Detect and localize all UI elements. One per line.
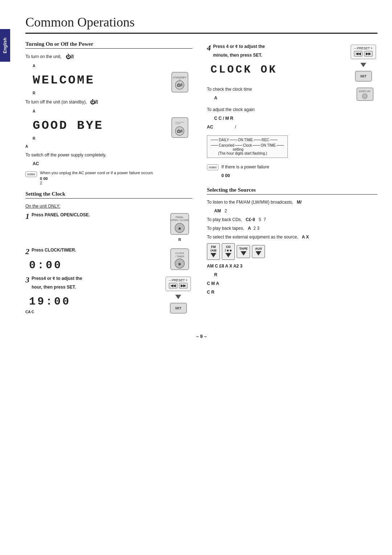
adjust-again-label: To adjust the clock again — [207, 106, 377, 113]
step1-row: 1 Press PANEL OPEN/CLOSE. PANEL OPEN / C… — [25, 212, 192, 245]
step1-num: 1 — [25, 212, 29, 221]
power-symbol-on: ⏻/I — [66, 53, 74, 61]
svg-text:⏻/I: ⏻/I — [177, 83, 183, 87]
timer-note: (The hour digits start flashing.) — [211, 151, 284, 155]
step3-text1: Press4 or ¢ to adjust the — [32, 275, 82, 282]
source-buttons-row: FM /AM CD / ■ ■ TAPE AUX — [207, 243, 377, 260]
step2-display: 0:00 — [29, 259, 163, 272]
step4-num: 4 — [207, 43, 211, 53]
step1-text: Press PANEL OPEN/CLOSE. — [32, 212, 90, 218]
section-power: Turning On or Off the Power To turn on t… — [25, 41, 192, 185]
aux-arrow — [256, 251, 261, 256]
cd-btn-label: CD / ■ ■ — [225, 245, 232, 252]
left-column: Turning On or Off the Power To turn on t… — [25, 41, 192, 319]
goodbye-display: GOOD BYE — [33, 119, 163, 132]
tape-arrow — [241, 251, 246, 256]
svg-text:/ TIMER: / TIMER — [175, 255, 184, 258]
page-number: – 9 – — [25, 330, 377, 343]
section-sources-heading: Selecting the Sources — [207, 187, 377, 195]
turn-off-label: To turn off the unit (on standby), ⏻/I — [25, 98, 192, 106]
fm-am-btn-label: FM /AM — [211, 245, 217, 252]
sidebar-english-label: English — [0, 29, 10, 62]
ac-label: AC — [33, 160, 192, 167]
set-button-step3-icon: SET — [168, 301, 188, 316]
timer-rec: REC — [262, 138, 269, 142]
timer-on-time2: ON TIME — [261, 143, 275, 147]
btn-prev-step3[interactable]: ◀◀ — [169, 283, 177, 289]
set-button-step4-icon: SET — [354, 69, 373, 84]
goodbye-row: GOOD BYE R ⏻/I — [25, 116, 192, 141]
display-button-icon: DISPLAY — [355, 86, 375, 102]
svg-text:◉: ◉ — [178, 262, 181, 266]
label-a3: A — [25, 143, 192, 150]
step4-text1: Press 4 or ¢ to adjust the — [213, 43, 265, 50]
section-clock: Setting the Clock On the unit ONLY: 1 Pr… — [25, 191, 192, 317]
timer-row2: Canceled Clock ON TIME — [211, 143, 284, 147]
two-column-layout: Turning On or Off the Power To turn on t… — [25, 41, 377, 319]
fm-am-label: To listen to the FM/AM (LW/MW) broadcast… — [207, 199, 377, 205]
step2-text: Press CLOCK/TIMER. — [32, 247, 76, 253]
aux-btn-label: AUX — [255, 247, 262, 250]
svg-text:CLOCK: CLOCK — [175, 252, 184, 254]
svg-text:◉: ◉ — [178, 227, 181, 230]
label-r4: R — [214, 272, 377, 278]
section-sources: Selecting the Sources To listen to the F… — [207, 187, 377, 295]
svg-text:PANEL: PANEL — [176, 216, 184, 219]
step4-row: 4 Press 4 or ¢ to adjust the minute, the… — [207, 43, 377, 84]
notes-text-power: When you unplug the AC power cord or if … — [40, 171, 153, 185]
notes-box-power: notes When you unplug the AC power cord … — [25, 171, 192, 185]
arrow-down-step3 — [175, 295, 181, 299]
label-a2: A — [33, 108, 192, 114]
cd-arrow — [225, 253, 231, 257]
aux-button[interactable]: AUX — [252, 245, 265, 258]
btn-next-step3[interactable]: ▶▶ — [179, 283, 188, 289]
label-a-check: A — [214, 95, 348, 101]
power-symbol-off: ⏻/I — [90, 98, 98, 106]
c-r: C R — [207, 289, 377, 295]
ac-label2: AC / — [207, 124, 377, 130]
cd-button[interactable]: CD / ■ ■ — [222, 243, 235, 260]
notes-icon-power: notes — [25, 171, 37, 177]
btn-next-step4[interactable]: ▶▶ — [364, 51, 373, 57]
notes-box-power-failure: notes If there is a power failure 0 00 — [207, 164, 377, 181]
fm-am-arrow — [211, 253, 216, 257]
label-a1: A — [33, 63, 192, 68]
arrow-down-step4 — [360, 63, 366, 67]
step4-text2: minute, then press SET. — [213, 52, 265, 58]
timer-daily: DAILY — [219, 138, 229, 142]
preset-diagram-step3: – PRESET + ◀◀ ▶▶ — [166, 277, 191, 291]
svg-text:STANDBY: STANDBY — [173, 76, 187, 79]
step3-text2: hour, then press SET. — [32, 284, 82, 290]
svg-text:SET: SET — [175, 306, 181, 310]
step2-row: 2 Press CLOCK/TIMER. 0:00 CLOCK / TIMER — [25, 247, 192, 273]
tape-label: To play back tapes, A 2 3 — [207, 225, 377, 232]
timer-clock: Clock — [243, 143, 252, 147]
timer-setting: setting — [211, 147, 284, 151]
label-r1: R — [33, 90, 163, 95]
page-container: English Common Operations Turning On or … — [0, 0, 392, 555]
power-off-device-icon: ⏻/I — [170, 116, 190, 139]
btn-prev-step4[interactable]: ◀◀ — [354, 51, 363, 57]
summary-line1: AM C £8 A X A2 3 — [207, 263, 377, 269]
tape-button[interactable]: TAPE — [237, 245, 250, 258]
preset-diagram-step4: – PRESET + ◀◀ ▶▶ — [351, 45, 376, 59]
am-label: AM 2 — [214, 208, 377, 214]
cc-mr-label: C C / M R — [214, 115, 377, 122]
welcome-display: WELCOME — [33, 73, 163, 87]
step3-row: 3 Press4 or ¢ to adjust the hour, then p… — [25, 275, 192, 317]
timer-canceled: Canceled — [219, 143, 234, 147]
svg-text:⏻/I: ⏻/I — [177, 129, 183, 133]
fm-am-button[interactable]: FM /AM — [207, 243, 220, 260]
step3-display: 19:00 — [29, 295, 160, 308]
welcome-row: WELCOME R STANDBY — [25, 70, 192, 95]
right-column: 4 Press 4 or ¢ to adjust the minute, the… — [207, 41, 377, 319]
ext-label: To select the external equipment as the … — [207, 234, 377, 240]
reset-display: 0 00 — [221, 172, 269, 179]
step1-r-label: R — [178, 237, 181, 242]
cd-label: To play back CDs, C£-8 5 7 — [207, 216, 377, 223]
svg-text:DISPLAY: DISPLAY — [359, 90, 371, 93]
preset-label-row: – PRESET + — [169, 278, 187, 282]
notes-icon-power-failure: notes — [207, 164, 219, 170]
clock-ok-display: CLOCK OK — [211, 64, 345, 76]
step3-num: 3 — [25, 275, 29, 285]
